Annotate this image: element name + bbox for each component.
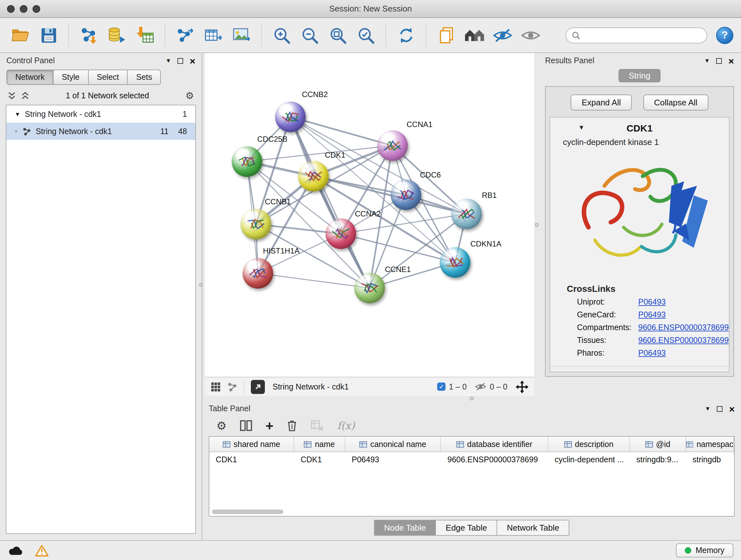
zoom-out-button[interactable] [297,22,322,48]
crosslink-label: GeneCard: [577,310,638,319]
tab-sets[interactable]: Sets [128,70,161,85]
detach-view-button[interactable] [251,380,265,394]
gear-icon[interactable]: ⚙ [185,91,194,100]
export-image-button[interactable] [228,22,254,48]
minimize-window-button[interactable] [20,5,27,12]
import-table-file-button[interactable] [132,22,158,48]
crosslink-row: Compartments: 9606.ENSP00000378699 [550,321,729,334]
hidden-eye-icon[interactable] [475,382,486,391]
column-header[interactable]: shared name [209,437,294,451]
column-header[interactable]: description [548,437,630,451]
checkbox-icon[interactable]: ✓ [437,382,446,391]
column-header[interactable]: namespac [686,437,734,451]
collapse-panel-icon[interactable]: ▼ [165,58,172,64]
memory-button[interactable]: Memory [676,543,733,557]
network-node-cdkn1a[interactable] [440,247,470,278]
help-button[interactable]: ? [716,26,733,44]
network-node-hist1h1a[interactable] [243,258,273,289]
float-panel-icon[interactable] [178,58,183,64]
protein-thumbnail [304,167,323,186]
trash-icon[interactable] [287,420,298,432]
open-session-button[interactable] [8,22,33,48]
zoom-in-button[interactable] [269,22,294,48]
houses-button[interactable] [461,22,487,48]
expand-all-button[interactable]: Expand All [571,95,632,111]
network-canvas[interactable]: CCNB2CCNA1CDC25BCDK1CDC6RB1CCNB1CCNA2CDK… [205,53,534,377]
network-node-ccnb1[interactable] [241,209,271,240]
float-panel-icon[interactable] [716,58,722,64]
show-columns-icon[interactable] [240,420,252,431]
save-session-button[interactable] [36,22,61,48]
search-input[interactable] [584,30,701,40]
network-view-icon[interactable] [227,381,238,392]
collapse-panel-icon[interactable]: ▼ [705,406,711,412]
network-node-cdk1[interactable] [298,161,329,192]
column-header[interactable]: canonical name [345,437,441,451]
add-column-icon[interactable]: + [266,419,273,432]
float-panel-icon[interactable] [717,406,723,412]
close-panel-icon[interactable]: × [729,404,735,414]
cloud-icon[interactable] [8,545,25,556]
network-node-ccna1[interactable] [377,130,408,161]
close-panel-icon[interactable]: × [190,56,195,65]
column-header[interactable]: @id [630,437,686,451]
horizontal-scrollbar[interactable] [550,366,729,372]
zoom-selected-button[interactable] [353,22,379,48]
folder-open-icon [11,27,30,44]
network-node-rb1[interactable] [451,199,482,229]
tab-string[interactable]: String [618,69,661,82]
column-type-icon [456,441,464,447]
zoom-fit-button[interactable] [325,22,350,48]
close-window-button[interactable] [7,5,15,12]
close-panel-icon[interactable]: × [728,56,734,65]
tab-node-table[interactable]: Node Table [374,520,436,536]
export-network-button[interactable] [172,22,198,48]
horizontal-splitter[interactable] [202,396,741,401]
expand-all-icon[interactable] [21,91,29,100]
collapse-all-button[interactable]: Collapse All [643,95,709,111]
search-box[interactable] [565,27,707,43]
network-node-cdc25b[interactable] [232,146,262,177]
tab-edge-table[interactable]: Edge Table [436,520,497,536]
splitter-handle[interactable] [535,223,538,226]
zoom-window-button[interactable] [32,5,40,12]
network-node-ccna2[interactable] [326,219,356,249]
vertical-splitter[interactable] [534,53,539,396]
crosslink-link[interactable]: P06493 [638,349,666,358]
gene-collapse-icon[interactable]: ▼ [578,124,585,131]
collapse-all-icon[interactable] [8,91,16,100]
grid-mode-icon[interactable] [211,381,221,392]
tree-expand-icon[interactable]: ▼ [15,111,20,117]
refresh-button[interactable] [393,22,419,48]
import-network-file-button[interactable] [76,22,102,48]
control-panel-tabs: Network Style Select Sets [6,70,195,85]
table-horizontal-scrollbar[interactable] [212,509,283,514]
collapse-panel-icon[interactable]: ▼ [704,58,710,64]
hide-selected-button[interactable] [489,22,515,48]
import-network-database-button[interactable] [104,22,130,48]
network-row[interactable]: ● String Network - cdk1 11 48 [6,123,195,140]
column-header[interactable]: database identifier [441,437,548,451]
tab-select[interactable]: Select [88,70,128,85]
tab-network-table[interactable]: Network Table [497,520,569,536]
warning-icon[interactable] [35,544,49,557]
table-row[interactable]: CDK1 CDK1 P06493 9606.ENSP00000378699 cy… [209,452,734,467]
crosslink-link[interactable]: P06493 [638,298,666,307]
network-node-cdc6[interactable] [391,179,421,210]
export-table-button[interactable] [200,22,226,48]
network-node-ccnb2[interactable] [275,102,306,132]
table-settings-gear-icon[interactable]: ⚙ [216,420,226,431]
panel-splitter-handle[interactable] [199,283,203,287]
network-node-ccne1[interactable] [354,273,385,303]
network-collection-row[interactable]: ▼ String Network - cdk1 1 [6,105,195,123]
tab-network[interactable]: Network [6,70,54,85]
crosslink-link[interactable]: 9606.ENSP00000378699 [638,336,729,345]
documents-button[interactable] [433,22,459,48]
crosslink-link[interactable]: 9606.ENSP00000378699 [638,323,729,332]
splitter-handle[interactable] [470,396,474,400]
tab-style[interactable]: Style [54,70,89,85]
crosslink-link[interactable]: P06493 [638,310,666,319]
pan-crosshair-icon[interactable] [516,380,529,393]
show-all-button[interactable] [518,22,543,48]
column-header[interactable]: name [294,437,345,451]
